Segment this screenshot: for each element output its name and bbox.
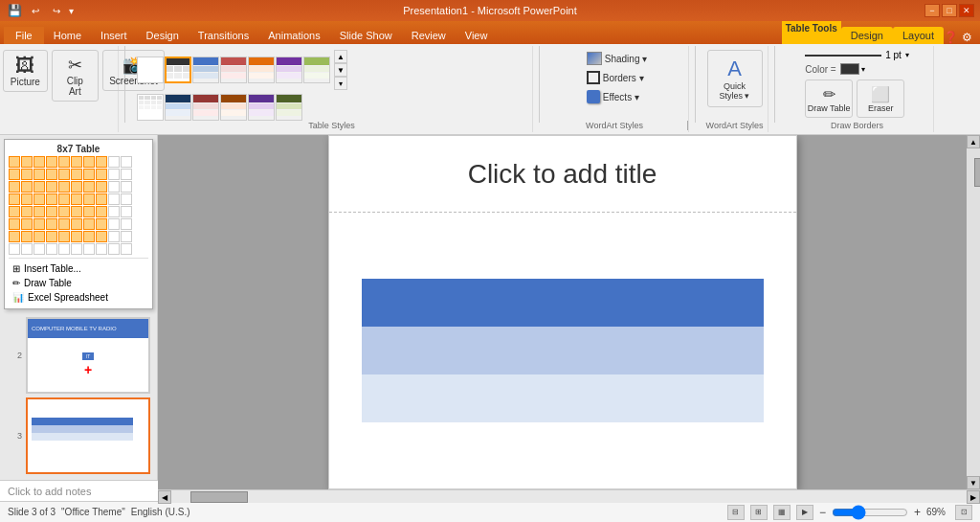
tab-view[interactable]: View [456,27,498,44]
table-style-purple-1[interactable] [276,57,302,83]
grid-cell[interactable] [96,181,107,193]
grid-cell[interactable] [71,169,82,180]
grid-cell[interactable] [9,193,20,205]
grid-cell[interactable] [121,243,132,255]
help-icon[interactable]: ❓ [944,31,958,44]
table-style-2-6[interactable] [276,94,302,121]
grid-cell[interactable] [58,231,70,242]
grid-cell[interactable] [83,206,95,217]
tab-insert[interactable]: Insert [91,27,137,44]
grid-cell[interactable] [33,156,45,168]
draw-table-button[interactable]: ✏ Draw Table [805,79,853,118]
pen-color-dropdown[interactable]: ▾ [861,65,865,74]
grid-cell[interactable] [96,156,107,168]
tab-animations[interactable]: Animations [258,27,329,44]
slide-title-area[interactable]: Click to add title [329,136,796,213]
tab-layout[interactable]: Layout [893,27,944,44]
insert-table-item[interactable]: ⊞ Insert Table... [9,261,148,276]
grid-cell[interactable] [33,206,45,217]
table-styles-scroll[interactable]: ▲ ▼ ▾ [334,50,347,90]
tab-transitions[interactable]: Transitions [189,27,258,44]
grid-cell[interactable] [83,169,95,180]
draw-table-item[interactable]: ✏ Draw Table [9,276,148,290]
grid-cell[interactable] [21,193,33,205]
table-style-2-1[interactable] [137,94,164,121]
fit-window-button[interactable]: ⊡ [955,505,972,520]
options-icon[interactable]: ⚙ [962,31,972,44]
grid-cell[interactable] [121,231,132,242]
grid-cell[interactable] [46,156,57,168]
grid-cell[interactable] [33,218,45,230]
grid-cell[interactable] [108,218,120,230]
maximize-button[interactable]: □ [942,4,957,17]
grid-cell[interactable] [121,181,132,193]
grid-cell[interactable] [58,206,70,217]
grid-cell[interactable] [21,181,33,193]
grid-cell[interactable] [58,193,70,205]
table-style-orange-1[interactable] [248,57,275,83]
grid-cell[interactable] [33,231,45,242]
grid-cell[interactable] [21,231,33,242]
grid-cell[interactable] [58,218,70,230]
grid-cell[interactable] [9,169,20,180]
scroll-thumb[interactable] [974,158,980,187]
slide-sorter-button[interactable]: ⊞ [750,505,768,520]
tab-slideshow[interactable]: Slide Show [330,27,402,44]
zoom-out-button[interactable]: − [819,506,826,519]
grid-cell[interactable] [21,156,33,168]
scroll-down-icon[interactable]: ▼ [334,63,347,77]
grid-cell[interactable] [21,243,33,255]
grid-cell[interactable] [33,169,45,180]
tab-review[interactable]: Review [402,27,456,44]
grid-cell[interactable] [83,231,95,242]
grid-cell[interactable] [9,181,20,193]
save-icon[interactable]: 💾 [6,2,23,19]
tab-design-sub[interactable]: Design [841,27,893,44]
effects-button[interactable]: Effects ▾ [583,88,643,105]
slide-thumb-3[interactable] [26,397,150,474]
table-style-none-1[interactable] [137,57,164,83]
horizontal-scroll-thumb[interactable] [190,491,248,503]
grid-cell[interactable] [83,193,95,205]
grid-cell[interactable] [108,169,120,180]
picture-button[interactable]: 🖼 Picture [3,50,48,92]
slide-thumb-2[interactable]: COMPUTER MOBILE TV RADIO IT + [26,317,150,394]
grid-cell[interactable] [96,206,107,217]
grid-cell[interactable] [71,231,82,242]
grid-cell[interactable] [33,181,45,193]
grid-cell[interactable] [108,243,120,255]
grid-cell[interactable] [46,181,57,193]
eraser-button[interactable]: ⬜ Eraser [857,79,904,118]
grid-cell[interactable] [71,243,82,255]
grid-cell[interactable] [83,218,95,230]
slide-content-area[interactable] [329,213,796,488]
scroll-up-icon[interactable]: ▲ [334,50,347,63]
grid-cell[interactable] [9,206,20,217]
minimize-button[interactable]: − [924,4,940,17]
scroll-left-button[interactable]: ◀ [158,490,171,504]
grid-cell[interactable] [83,243,95,255]
grid-cell[interactable] [21,206,33,217]
close-button[interactable]: ✕ [959,4,974,17]
excel-spreadsheet-item[interactable]: 📊 Excel Spreadsheet [9,290,148,305]
table-style-2-4[interactable] [220,94,247,121]
slideshow-button[interactable]: ▶ [796,505,813,520]
tab-design[interactable]: Design [137,27,189,44]
grid-cell[interactable] [108,206,120,217]
grid-cell[interactable] [71,156,82,168]
grid-cell[interactable] [96,218,107,230]
table-style-green-1[interactable] [303,57,330,83]
table-grid[interactable] [9,156,148,255]
table-style-2-3[interactable] [192,94,219,121]
grid-cell[interactable] [121,218,132,230]
grid-cell[interactable] [108,193,120,205]
grid-cell[interactable] [33,243,45,255]
tab-file[interactable]: File [4,27,44,44]
grid-cell[interactable] [71,181,82,193]
zoom-slider[interactable] [832,508,908,517]
scroll-up-button[interactable]: ▲ [967,135,980,148]
grid-cell[interactable] [58,156,70,168]
grid-cell[interactable] [121,156,132,168]
scroll-right-button[interactable]: ▶ [967,490,980,504]
normal-view-button[interactable]: ⊟ [727,505,745,520]
